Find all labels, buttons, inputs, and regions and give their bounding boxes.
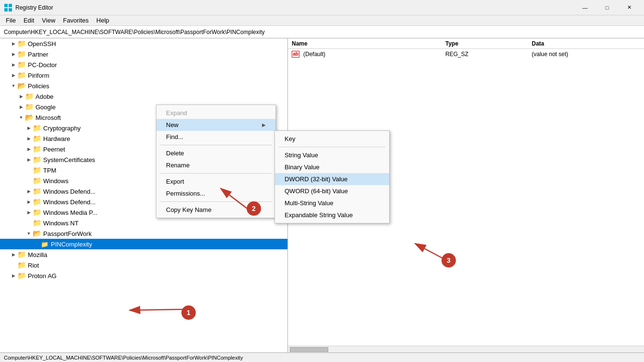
ctx-permissions[interactable]: Permissions... (156, 187, 275, 199)
tree-label-windowsdefend2: Windows Defend... (43, 199, 95, 206)
tree-item-pcdoctor[interactable]: ▶ 📁 PC-Doctor (0, 59, 287, 70)
ctx-export-label: Export (166, 178, 184, 185)
folder-icon-peernet: 📁 (33, 145, 41, 153)
tree-item-riot[interactable]: 📁 Riot (0, 260, 287, 270)
ctx-sub-key-label: Key (285, 135, 295, 142)
title-bar: Registry Editor — □ ✕ (0, 0, 644, 15)
expand-riot[interactable] (10, 261, 17, 269)
expand-pcdoctor[interactable]: ▶ (10, 61, 17, 69)
expand-openssh[interactable]: ▶ (10, 40, 17, 47)
expand-microsoft[interactable]: ▼ (17, 114, 25, 121)
expand-systemcerts[interactable]: ▶ (25, 156, 33, 163)
ctx-sub-dword[interactable]: DWORD (32-bit) Value (275, 173, 389, 185)
ctx-sub-qword[interactable]: QWORD (64-bit) Value (275, 185, 389, 197)
menu-edit[interactable]: Edit (20, 16, 38, 25)
ctx-new-arrow: ▶ (262, 122, 266, 128)
tree-label-adobe: Adobe (36, 93, 54, 100)
ctx-sub-string[interactable]: String Value (275, 149, 389, 161)
tree-label-partner: Partner (28, 51, 48, 58)
expand-cryptography[interactable]: ▶ (25, 124, 33, 132)
tree-label-policies: Policies (28, 82, 49, 90)
expand-mozilla[interactable]: ▶ (10, 251, 17, 258)
status-text: Computer\HKEY_LOCAL_MACHINE\SOFTWARE\Pol… (4, 355, 243, 361)
tree-item-openssh[interactable]: ▶ 📁 OpenSSH (0, 38, 287, 49)
folder-icon-riot: 📁 (17, 261, 26, 269)
reg-sz-icon: ab (292, 51, 299, 58)
folder-icon-pcdoctor: 📁 (17, 60, 26, 69)
ctx-rename[interactable]: Rename (156, 159, 275, 171)
expand-policies[interactable]: ▼ (10, 82, 17, 90)
folder-icon-piriform: 📁 (17, 71, 26, 80)
scrollbar-thumb[interactable] (290, 347, 328, 352)
ctx-sub-key[interactable]: Key (275, 133, 389, 145)
svg-rect-2 (4, 8, 8, 12)
folder-icon-adobe: 📁 (25, 92, 34, 101)
expand-hardware[interactable]: ▶ (25, 135, 33, 142)
expand-windowsdefend1[interactable]: ▶ (25, 187, 33, 195)
expand-peernet[interactable]: ▶ (25, 145, 33, 153)
ctx-expand[interactable]: Expand (156, 107, 275, 119)
tree-label-windowsnt: Windows NT (43, 220, 79, 227)
folder-icon-systemcerts: 📁 (33, 155, 41, 164)
ctx-rename-label: Rename (166, 162, 190, 169)
tree-item-piriform[interactable]: ▶ 📁 Piriform (0, 70, 287, 81)
horizontal-scrollbar[interactable] (288, 346, 644, 352)
expand-google[interactable]: ▶ (17, 103, 25, 111)
expand-windows[interactable] (25, 177, 33, 185)
address-text: Computer\HKEY_LOCAL_MACHINE\SOFTWARE\Pol… (4, 29, 264, 35)
menu-file[interactable]: File (2, 16, 20, 25)
maximize-button[interactable]: □ (596, 0, 618, 15)
expand-partner[interactable]: ▶ (10, 50, 17, 58)
tree-item-pincomplexity[interactable]: 📁 PINComplexity (0, 239, 287, 249)
ctx-delete[interactable]: Delete (156, 147, 275, 159)
expand-protonag[interactable]: ▶ (10, 272, 17, 280)
expand-windowsnt[interactable] (25, 219, 33, 227)
svg-rect-0 (4, 4, 8, 7)
tree-item-partner[interactable]: ▶ 📁 Partner (0, 49, 287, 59)
tree-item-policies[interactable]: ▼ 📂 Policies (0, 81, 287, 91)
tree-item-protonag[interactable]: ▶ 📁 Proton AG (0, 270, 287, 281)
expand-windowsmedia[interactable]: ▶ (25, 209, 33, 216)
menu-view[interactable]: View (38, 16, 59, 25)
expand-passportforwork[interactable]: ▼ (25, 230, 33, 237)
expand-tpm[interactable] (25, 166, 33, 174)
ctx-sub-qword-label: QWORD (64-bit) Value (285, 187, 348, 195)
svg-rect-1 (9, 4, 12, 7)
minimize-button[interactable]: — (574, 0, 596, 15)
expand-adobe[interactable]: ▶ (17, 93, 25, 100)
menu-help[interactable]: Help (93, 16, 113, 25)
expand-windowsdefend2[interactable]: ▶ (25, 198, 33, 206)
tree-label-hardware: Hardware (43, 135, 70, 142)
badge-3-label: 3 (447, 257, 451, 264)
tree-item-windowsnt[interactable]: 📁 Windows NT (0, 218, 287, 228)
tree-label-pincomplexity: PINComplexity (51, 241, 92, 248)
expand-piriform[interactable]: ▶ (10, 71, 17, 79)
ctx-sub-binary[interactable]: Binary Value (275, 161, 389, 173)
folder-icon-windows: 📁 (33, 176, 41, 185)
close-button[interactable]: ✕ (618, 0, 640, 15)
folder-icon-policies: 📂 (17, 82, 26, 90)
ctx-sub-string-label: String Value (285, 152, 318, 159)
ctx-new[interactable]: New ▶ (156, 119, 275, 131)
ctx-sub-multistring[interactable]: Multi-String Value (275, 197, 389, 209)
folder-icon-windowsnt: 📁 (33, 219, 41, 227)
ctx-sub-sep-1 (279, 147, 385, 147)
tree-item-adobe[interactable]: ▶ 📁 Adobe (0, 91, 287, 102)
tree-label-openssh: OpenSSH (28, 40, 56, 47)
menu-favorites[interactable]: Favorites (59, 16, 92, 25)
ctx-expand-label: Expand (166, 109, 187, 117)
folder-icon-openssh: 📁 (17, 39, 26, 48)
app-icon (4, 3, 12, 12)
ctx-sub-expandable[interactable]: Expandable String Value (275, 209, 389, 221)
expand-pincomplexity[interactable] (33, 240, 40, 248)
registry-row-default[interactable]: ab (Default) REG_SZ (value not set) (288, 49, 644, 59)
tree-item-passportforwork[interactable]: ▼ 📂 PassportForWork (0, 228, 287, 239)
tree-item-mozilla[interactable]: ▶ 📁 Mozilla (0, 249, 287, 260)
ctx-export[interactable]: Export (156, 175, 275, 187)
tree-label-systemcerts: SystemCertificates (43, 156, 95, 163)
folder-icon-tpm: 📁 (33, 166, 41, 175)
tree-label-google: Google (36, 104, 56, 111)
ctx-sub-dword-label: DWORD (32-bit) Value (285, 175, 347, 183)
context-menu-2: Key String Value Binary Value DWORD (32-… (274, 130, 390, 223)
ctx-find[interactable]: Find... (156, 131, 275, 143)
